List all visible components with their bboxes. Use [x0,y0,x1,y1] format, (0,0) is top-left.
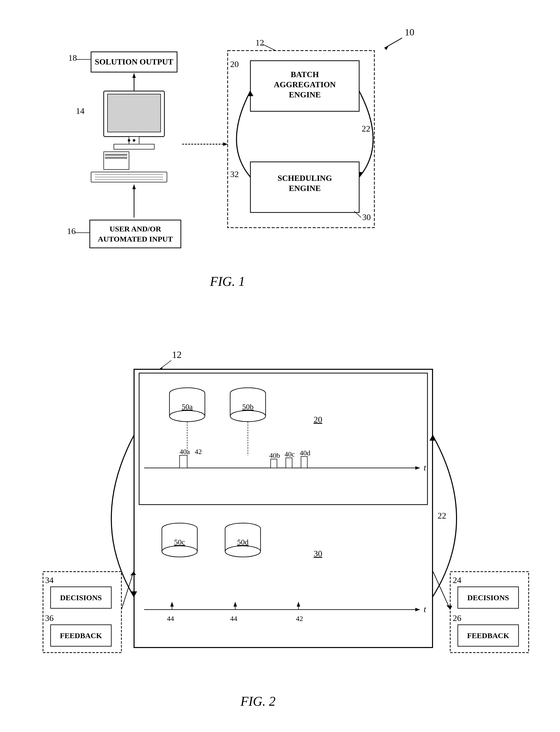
svg-text:20: 20 [230,59,239,69]
svg-marker-8 [132,73,136,78]
fig2-diagram: 12 BATCH AGGREGATION ENGINE 20 50a [30,344,530,723]
svg-rect-76 [271,459,277,468]
svg-point-67 [230,411,266,422]
svg-text:SCHEDULING: SCHEDULING [277,174,332,183]
svg-point-96 [225,546,261,557]
svg-rect-72 [180,455,187,468]
svg-text:ENGINE: ENGINE [289,90,321,99]
svg-text:22: 22 [438,511,446,520]
fig1-diagram: 10 18 SOLUTION OUTPUT 14 [30,20,530,324]
svg-text:FIG. 1: FIG. 1 [210,274,245,289]
svg-text:50c: 50c [174,538,185,546]
svg-rect-80 [301,457,307,468]
svg-text:24: 24 [453,575,461,585]
svg-text:50a: 50a [182,402,192,411]
fig2-svg: 12 BATCH AGGREGATION ENGINE 20 50a [30,344,560,718]
svg-line-130 [433,572,450,610]
svg-rect-18 [105,157,127,159]
svg-text:30: 30 [362,212,371,222]
svg-point-15 [133,139,135,142]
svg-line-121 [121,572,134,610]
svg-text:12: 12 [172,349,182,360]
svg-text:FEEDBACK: FEEDBACK [467,631,509,640]
svg-text:32: 32 [230,169,239,179]
svg-text:40d: 40d [300,449,310,457]
svg-text:14: 14 [76,106,84,116]
svg-text:42: 42 [296,615,303,622]
svg-text:30: 30 [314,549,322,558]
svg-text:ENGINE: ENGINE [289,184,321,193]
fig1-svg: 10 18 SOLUTION OUTPUT 14 [46,20,551,311]
svg-text:50b: 50b [242,402,254,411]
svg-text:22: 22 [362,124,370,133]
svg-text:10: 10 [405,27,414,37]
svg-text:DECISIONS: DECISIONS [467,593,509,602]
svg-line-33 [263,44,276,51]
svg-marker-24 [132,185,136,189]
svg-text:16: 16 [67,226,76,236]
svg-point-90 [162,546,197,557]
svg-text:12: 12 [255,38,264,47]
svg-rect-78 [286,458,292,468]
page: 10 18 SOLUTION OUTPUT 14 [0,0,560,732]
svg-text:DECISIONS: DECISIONS [60,593,102,602]
svg-text:26: 26 [453,613,461,623]
svg-text:BATCH: BATCH [291,70,319,79]
svg-text:t: t [424,463,426,472]
svg-rect-27 [90,220,181,248]
svg-text:20: 20 [314,415,322,424]
svg-marker-31 [223,142,228,146]
svg-text:SOLUTION OUTPUT: SOLUTION OUTPUT [95,57,173,66]
svg-text:t: t [424,605,426,614]
svg-text:34: 34 [45,575,54,585]
svg-text:18: 18 [68,53,77,62]
svg-text:40c: 40c [285,450,295,458]
svg-line-51 [159,360,171,369]
svg-text:AGGREGATION: AGGREGATION [274,80,336,89]
svg-text:42: 42 [195,448,202,456]
svg-rect-17 [105,154,127,156]
svg-text:44: 44 [230,615,237,622]
svg-text:FEEDBACK: FEEDBACK [60,631,102,640]
svg-text:40b: 40b [269,451,280,459]
svg-text:44: 44 [167,615,174,622]
svg-text:USER AND/OR: USER AND/OR [110,225,161,233]
svg-rect-11 [107,94,161,132]
svg-line-1 [384,38,402,48]
svg-text:36: 36 [45,613,54,623]
svg-point-61 [169,411,205,422]
svg-point-14 [128,139,130,142]
svg-text:FIG. 2: FIG. 2 [240,694,276,708]
svg-text:40a: 40a [180,448,190,456]
svg-text:50d: 50d [237,538,249,546]
svg-rect-13 [114,144,154,149]
svg-text:AUTOMATED INPUT: AUTOMATED INPUT [98,235,173,243]
